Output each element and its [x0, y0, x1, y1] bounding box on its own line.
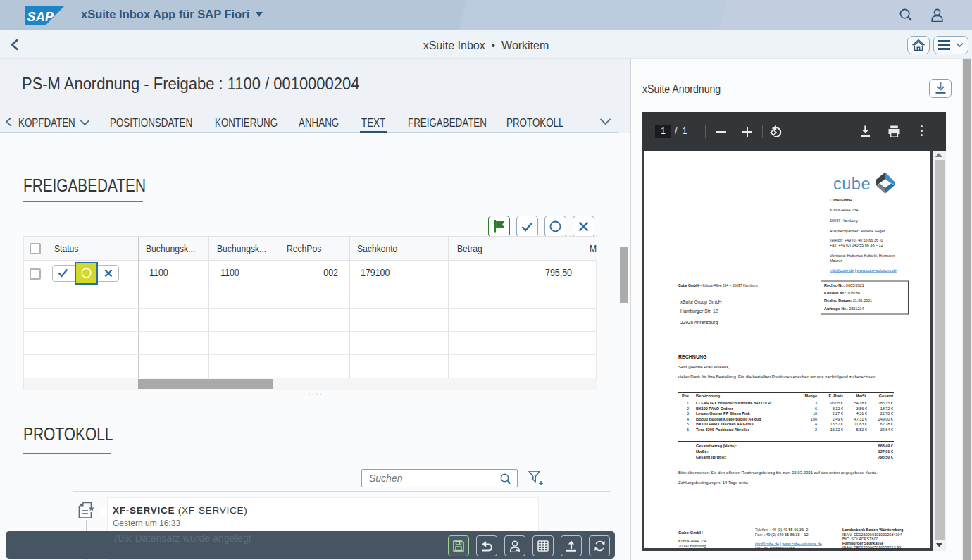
svg-text:SAP: SAP: [27, 10, 55, 24]
